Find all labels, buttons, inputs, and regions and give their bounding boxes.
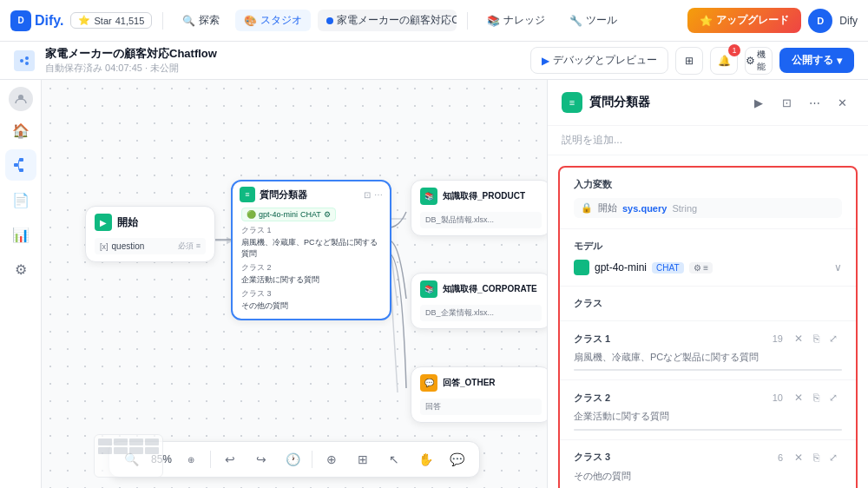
user-avatar[interactable]: D xyxy=(808,9,832,33)
panel-description-text: 説明を追加... xyxy=(562,134,622,146)
sidebar-home[interactable]: 🏠 xyxy=(5,115,36,146)
class-1-divider xyxy=(574,369,842,371)
gpt-model: gpt-4o-mini xyxy=(259,210,298,219)
start-node[interactable]: ▶ 開始 [x] question 必須 ≡ xyxy=(85,206,215,262)
class3-label: クラス 3 xyxy=(241,288,381,300)
class-1-expand-btn[interactable]: ⤢ xyxy=(825,330,842,347)
class-2-expand-btn[interactable]: ⤢ xyxy=(825,389,842,406)
nav-tools[interactable]: 🔧 ツール xyxy=(561,10,626,31)
model-expand-icon[interactable]: ∨ xyxy=(834,261,842,274)
knowledge-nav-label: ナレッジ xyxy=(503,13,545,28)
sidebar-settings[interactable]: ⚙ xyxy=(5,254,36,285)
sub-nav: 家電メーカーの顧客対応Chatflow 自動保存済み 04:07:45 · 未公… xyxy=(0,42,868,80)
sidebar-data[interactable]: 📊 xyxy=(5,219,36,250)
logo[interactable]: D Dify. xyxy=(10,10,63,31)
sidebar-flow[interactable] xyxy=(5,149,36,181)
user-name[interactable]: Dify xyxy=(839,15,858,27)
undo-btn[interactable]: ↩ xyxy=(218,447,242,472)
redo-btn[interactable]: ↪ xyxy=(249,447,273,472)
model-section: モデル gpt-4o-mini CHAT ⚙ ≡ ∨ xyxy=(560,229,856,287)
start-node-header: ▶ 開始 xyxy=(86,207,214,234)
classifier-node[interactable]: ≡ 質問分類器 ⊡ ⋯ 🟢 gpt-4o-mini CHAT ⚙ クラス 1 扇… xyxy=(231,180,391,320)
panel-description[interactable]: 説明を追加... xyxy=(548,126,868,155)
zoom-in-btn[interactable]: ⊕ xyxy=(179,447,203,472)
star-button[interactable]: ⭐ Star 41,515 xyxy=(70,12,152,29)
class-2-copy-btn[interactable]: ⎘ xyxy=(807,389,825,406)
answer-other-title: 回答_OTHER xyxy=(443,377,496,389)
upgrade-button[interactable]: ⭐ アップグレード xyxy=(687,8,801,33)
logo-text: Dify. xyxy=(35,13,63,29)
knowledge-product-body: DB_製品情報.xlsx... xyxy=(411,208,547,235)
svg-rect-6 xyxy=(19,158,23,162)
class-1-name: クラス 1 xyxy=(574,333,773,346)
classes-section: クラス xyxy=(560,287,856,321)
publish-button[interactable]: 公開する ▾ xyxy=(779,48,854,73)
class1-desc: 扇風機、冷蔵庫、PCなど製品に関する質問 xyxy=(241,237,381,260)
mini-map xyxy=(94,434,163,478)
sidebar-avatar[interactable] xyxy=(9,87,33,111)
tools-nav-icon: 🔧 xyxy=(569,15,582,27)
nav-explore[interactable]: 🔍 探索 xyxy=(174,10,228,31)
flow-title: 家電メーカーの顧客対応Chatflow xyxy=(45,46,217,62)
subnav-right: ▶ デバッグとプレビュー ⊞ 🔔 1 ⚙ 機能 公開する ▾ xyxy=(530,47,854,75)
knowledge-corporate-icon: 📚 xyxy=(420,280,437,298)
nav-right-area: ⭐ アップグレード D Dify xyxy=(687,8,858,33)
layout-btn[interactable]: ⊞ xyxy=(351,447,375,472)
gpt-settings-icon: ⚙ xyxy=(324,210,331,219)
answer-other-node[interactable]: 💬 回答_OTHER 回答 xyxy=(411,366,547,423)
sidebar-docs[interactable]: 📄 xyxy=(5,184,36,215)
answer-other-icon: 💬 xyxy=(420,374,437,392)
class-3-count: 6 xyxy=(778,452,783,463)
canvas[interactable]: ▶ 開始 [x] question 必須 ≡ ≡ 質問分類器 ⊡ xyxy=(42,80,547,488)
add-node-btn[interactable]: ⊕ xyxy=(319,447,344,472)
nav-knowledge[interactable]: 📚 ナレッジ xyxy=(478,10,554,31)
class-1-edit-btn[interactable]: ✕ xyxy=(790,330,807,347)
toolbar-divider-1 xyxy=(210,451,211,468)
nav-studio[interactable]: 🎨 スタジオ xyxy=(235,10,311,31)
panel-more-btn[interactable]: ⋯ xyxy=(802,90,826,115)
debug-label: デバッグとプレビュー xyxy=(553,53,657,68)
bell-icon: 🔔 xyxy=(718,55,731,67)
class2-desc: 企業活動に関する質問 xyxy=(241,274,381,286)
class-2-edit-btn[interactable]: ✕ xyxy=(790,389,807,406)
main-area: 🏠 📄 📊 ⚙ xyxy=(0,80,868,488)
classes-label: クラス xyxy=(574,297,842,310)
class-3-expand-btn[interactable]: ⤢ xyxy=(825,449,842,466)
flow-icon xyxy=(14,50,35,71)
studio-icon: 🎨 xyxy=(244,15,257,27)
star-icon: ⭐ xyxy=(78,15,90,26)
answer-other-body: 回答 xyxy=(411,395,547,422)
comment-btn[interactable]: 💬 xyxy=(444,447,469,472)
knowledge-corporate-node[interactable]: 📚 知識取得_CORPORATE DB_企業情報.xlsx... xyxy=(411,273,547,329)
class-2-header: クラス 2 10 ✕ ⎘ ⤢ xyxy=(574,389,842,406)
history-btn[interactable]: 🕐 xyxy=(280,447,305,472)
left-sidebar: 🏠 📄 📊 ⚙ xyxy=(0,80,42,488)
panel-close-btn[interactable]: ✕ xyxy=(830,90,854,115)
class-1-count: 19 xyxy=(773,333,783,344)
answer-other-header: 💬 回答_OTHER xyxy=(411,367,547,395)
class-1-copy-btn[interactable]: ⎘ xyxy=(807,330,825,347)
notification-btn[interactable]: 🔔 1 xyxy=(710,47,738,75)
feature-btn[interactable]: ⚙ 機能 xyxy=(745,47,773,75)
class-2-desc: 企業活動に関する質問 xyxy=(574,410,842,423)
more-icon[interactable]: ⋯ xyxy=(374,190,383,200)
hand-btn[interactable]: ✋ xyxy=(413,447,437,472)
class-3-edit-btn[interactable]: ✕ xyxy=(790,449,807,466)
pointer-btn[interactable]: ↖ xyxy=(382,447,406,472)
knowledge-product-node[interactable]: 📚 知識取得_PRODUCT DB_製品情報.xlsx... xyxy=(411,180,547,236)
debug-button[interactable]: ▶ デバッグとプレビュー xyxy=(530,47,668,74)
logo-icon: D xyxy=(10,10,31,31)
class-2-divider xyxy=(574,429,842,431)
class-3-header: クラス 3 6 ✕ ⎘ ⤢ xyxy=(574,449,842,466)
panel-run-btn[interactable]: ▶ xyxy=(746,90,771,115)
panel-split-btn[interactable]: ⊡ xyxy=(774,90,799,115)
class-3-copy-btn[interactable]: ⎘ xyxy=(807,449,825,466)
nav-flow-tab[interactable]: 家電メーカーの顧客対応C... xyxy=(318,10,457,31)
svg-line-9 xyxy=(18,165,19,170)
class-1-header: クラス 1 19 ✕ ⎘ ⤢ xyxy=(574,330,842,347)
star-count: 41,515 xyxy=(115,16,145,26)
model-config-badge[interactable]: ⚙ ≡ xyxy=(689,262,713,274)
knowledge-corporate-header: 📚 知識取得_CORPORATE xyxy=(411,274,547,301)
layout-icon-btn[interactable]: ⊞ xyxy=(675,47,703,75)
expand-icon[interactable]: ⊡ xyxy=(364,190,371,200)
